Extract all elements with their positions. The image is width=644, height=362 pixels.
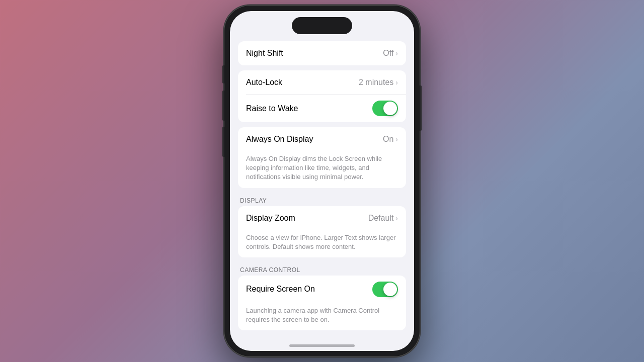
require-screen-on-knob: [383, 283, 397, 296]
always-on-display-description: Always On Display dims the Lock Screen w…: [238, 151, 406, 188]
always-on-display-card: Always On Display On › Always On Display…: [238, 127, 406, 188]
display-zoom-row[interactable]: Display Zoom Default ›: [238, 206, 406, 230]
night-shift-card: Night Shift Off ›: [238, 41, 406, 65]
settings-scroll[interactable]: Night Shift Off › Auto-Lock 2 min: [230, 41, 414, 341]
power-button: [420, 85, 422, 131]
raise-to-wake-knob: [383, 102, 397, 115]
display-zoom-description: Choose a view for iPhone. Larger Text sh…: [238, 230, 406, 257]
home-indicator: [289, 344, 355, 347]
display-zoom-chevron: ›: [395, 214, 398, 222]
dynamic-island: [292, 17, 352, 34]
always-on-display-value: On: [383, 135, 393, 144]
night-shift-value: Off: [383, 49, 393, 58]
auto-lock-row[interactable]: Auto-Lock 2 minutes ›: [238, 70, 406, 95]
auto-lock-label: Auto-Lock: [246, 78, 282, 87]
autolock-card: Auto-Lock 2 minutes › Raise to Wake: [238, 70, 406, 122]
auto-lock-value-container: 2 minutes ›: [359, 78, 398, 87]
require-screen-on-label: Require Screen On: [246, 285, 315, 294]
camera-control-section-header: Camera Control: [238, 262, 406, 276]
screen-content: Night Shift Off › Auto-Lock 2 min: [230, 11, 414, 351]
auto-lock-value: 2 minutes: [359, 78, 393, 87]
require-screen-on-card: Require Screen On Launching a camera app…: [238, 276, 406, 330]
raise-to-wake-toggle[interactable]: [372, 101, 398, 116]
mute-button: [222, 65, 224, 83]
display-zoom-card: Display Zoom Default › Choose a view for…: [238, 206, 406, 257]
volume-down-button: [222, 127, 224, 157]
always-on-display-row[interactable]: Always On Display On ›: [238, 127, 406, 151]
volume-up-button: [222, 90, 224, 121]
phone-body: Night Shift Off › Auto-Lock 2 min: [224, 5, 420, 357]
always-on-display-label: Always On Display: [246, 135, 313, 144]
raise-to-wake-row: Raise to Wake: [238, 95, 406, 122]
always-on-display-chevron: ›: [395, 135, 398, 143]
display-zoom-value: Default: [368, 214, 394, 223]
night-shift-chevron: ›: [395, 49, 398, 57]
always-on-display-value-container: On ›: [383, 135, 398, 144]
auto-lock-chevron: ›: [395, 78, 398, 86]
require-screen-on-toggle[interactable]: [372, 282, 398, 297]
night-shift-label: Night Shift: [246, 49, 283, 58]
require-screen-on-row: Require Screen On: [238, 276, 406, 303]
night-shift-value-container: Off ›: [383, 49, 398, 58]
phone-screen: Night Shift Off › Auto-Lock 2 min: [230, 11, 414, 351]
phone-device: Night Shift Off › Auto-Lock 2 min: [224, 5, 420, 357]
raise-to-wake-label: Raise to Wake: [246, 104, 298, 113]
display-section-header: Display: [238, 193, 406, 206]
display-zoom-value-container: Default ›: [368, 214, 398, 223]
display-zoom-label: Display Zoom: [246, 214, 295, 223]
night-shift-row[interactable]: Night Shift Off ›: [238, 41, 406, 65]
require-screen-on-description: Launching a camera app with Camera Contr…: [238, 303, 406, 330]
